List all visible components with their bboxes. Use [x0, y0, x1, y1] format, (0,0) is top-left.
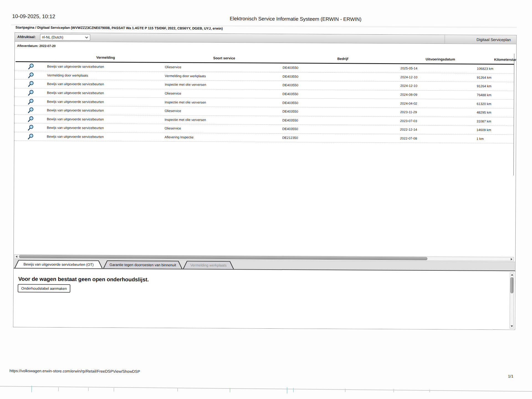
scan-artifact [177, 388, 178, 392]
up-triangle-icon [511, 274, 513, 275]
cell-soort-service: Vermelding door werkplaats [165, 74, 206, 78]
cell-kilometerstand: 106823 km [477, 67, 493, 71]
cell-bedrijf: DE403550 [282, 109, 298, 113]
magnifier-icon[interactable] [27, 124, 35, 131]
tab-garantie-doorroesten[interactable]: Garantie tegen doorroesten van binnenuit [103, 260, 182, 269]
no-open-maintenance-message: Voor de wagen bestaat geen open onderhou… [18, 276, 149, 283]
service-table: Bewijs van uitgevoerde servicebeurten Ol… [14, 62, 514, 144]
tab-vermelding-werkplaats[interactable]: Vermelding werkplaats [183, 261, 234, 269]
print-language-select[interactable]: nl-NL (Dutch) [40, 34, 90, 41]
app-title: Elektronisch Service Informatie Systeem … [230, 16, 362, 22]
breadcrumb[interactable]: Startpagina / Digitaal Serviceplan (WVWZ… [16, 25, 223, 30]
scan-artifact [293, 388, 294, 392]
column-header-soort-service: Soort service [199, 56, 249, 60]
cell-kilometerstand: 31087 km [477, 119, 491, 123]
magnifier-icon[interactable] [27, 107, 35, 114]
cell-uitvoeringsdatum: 2024-08-09 [400, 93, 417, 96]
cell-uitvoeringsdatum: 2022-12-14 [400, 128, 417, 132]
cell-vermelding: Bewijs van uitgevoerde servicebeurten [47, 108, 104, 112]
magnifier-icon[interactable] [27, 133, 35, 140]
column-header-bedrijf: Bedrijf [318, 57, 368, 61]
scroll-down-arrow[interactable] [510, 324, 513, 328]
cell-kilometerstand: 91264 km [477, 76, 492, 80]
cell-bedrijf: DE403550 [282, 101, 298, 105]
cell-bedrijf: DE403550 [283, 66, 298, 70]
right-triangle-icon [511, 258, 512, 260]
create-maintenance-table-button[interactable]: Onderhoudstabel aanmaken [18, 284, 70, 293]
cell-soort-service: Aflevering Inspectie [165, 135, 194, 139]
print-language-value: nl-NL (Dutch) [42, 35, 63, 39]
chevron-down-icon [85, 35, 88, 39]
cell-bedrijf: DE403550 [283, 92, 298, 96]
scan-artifact [287, 387, 287, 393]
tab-label: Garantie tegen doorroesten van binnenuit [107, 261, 178, 269]
scroll-up-arrow[interactable] [510, 273, 514, 277]
cell-kilometerstand: 76488 km [477, 93, 492, 97]
tab-label: Bewijs van uitgevoerde servicebeurten (O… [18, 260, 99, 268]
cell-vermelding: Bewijs van uitgevoerde servicebeurten [47, 65, 104, 69]
scan-artifact [345, 389, 346, 392]
maintenance-panel: Voor de wagen bestaat geen open onderhou… [13, 269, 516, 330]
column-header-uitvoeringsdatum: Uitvoeringsdatum [415, 57, 465, 62]
scan-artifact [429, 390, 430, 392]
tab-label: Vermelding werkplaats [187, 261, 230, 269]
scan-artifact [58, 387, 59, 391]
cell-uitvoeringsdatum: 2023-07-03 [400, 119, 417, 123]
cell-soort-service: Olieservice [165, 65, 181, 69]
scan-artifact [31, 386, 32, 392]
page-number: 1/1 [508, 374, 513, 378]
panel-title: Digitaal Serviceplan [445, 35, 516, 44]
scroll-right-arrow[interactable] [510, 257, 513, 261]
cell-kilometerstand: 48295 km [477, 111, 491, 114]
serviceplan-panel: Afdruktaal: nl-NL (Dutch) Digitaal Servi… [13, 32, 517, 330]
cell-uitvoeringsdatum: 2024-04-02 [400, 101, 417, 105]
cell-vermelding: Bewijs van uitgevoerde servicebeurten [47, 99, 104, 104]
cell-uitvoeringsdatum: 2024-12-10 [400, 75, 417, 79]
vertical-scrollbar[interactable] [510, 272, 514, 328]
scanned-page: 10-09-2025, 10:12 Elektronisch Service I… [0, 0, 532, 399]
cell-uitvoeringsdatum: 2025-05-14 [400, 66, 417, 70]
footer-url: https://volkswagen.erwin-store.com/erwin… [9, 369, 140, 374]
magnifier-icon[interactable] [28, 72, 35, 78]
magnifier-icon[interactable] [28, 89, 35, 96]
cell-kilometerstand: 61320 km [477, 102, 491, 106]
cell-soort-service: Inspectie met olie verversen [165, 100, 206, 104]
cell-soort-service: Olieservice [165, 109, 181, 113]
print-language-label: Afdruktaal: [17, 35, 36, 39]
cell-uitvoeringsdatum: 2024-12-10 [400, 84, 417, 88]
cell-soort-service: Inspectie met olie verversen [165, 83, 206, 87]
cell-bedrijf: DE403550 [283, 83, 298, 87]
scan-artifact [88, 388, 89, 391]
cell-soort-service: Olieservice [165, 126, 181, 130]
print-datetime: 10-09-2025, 10:12 [12, 13, 55, 20]
cell-uitvoeringsdatum: 2023-11-29 [400, 110, 417, 114]
cell-soort-service: Olieservice [165, 91, 181, 95]
toolbar: Afdruktaal: nl-NL (Dutch) Digitaal Servi… [15, 33, 516, 44]
cell-kilometerstand: 1 km [477, 137, 484, 141]
scan-artifact [230, 388, 230, 392]
scan-artifact [393, 389, 394, 392]
cell-bedrijf: DE403550 [282, 118, 298, 122]
cell-vermelding: Bewijs van uitgevoerde servicebeurten [47, 91, 104, 95]
scan-artifact [114, 388, 114, 392]
magnifier-icon[interactable] [27, 98, 35, 105]
cell-vermelding: Bewijs van uitgevoerde servicebeurten [47, 117, 104, 121]
column-header-kilometerstand: Kilometerstand [494, 58, 517, 62]
column-header-vermelding: Vermelding [81, 55, 131, 60]
cell-uitvoeringsdatum: 2022-07-08 [400, 136, 417, 140]
cell-vermelding: Bewijs van uitgevoerde servicebeurten [47, 135, 104, 139]
cell-bedrijf: DE403550 [283, 75, 298, 78]
delivery-date: Afleverdatum: 2022-07-20 [17, 44, 55, 48]
down-triangle-icon [511, 325, 513, 327]
cell-kilometerstand: 14609 km [477, 128, 491, 132]
magnifier-icon[interactable] [27, 116, 35, 122]
vertical-scrollbar-thumb[interactable] [510, 277, 513, 293]
tab-bewijs-servicebeurten-ot[interactable]: Bewijs van uitgevoerde servicebeurten (O… [14, 260, 103, 268]
cell-kilometerstand: 91264 km [477, 84, 492, 88]
cell-bedrijf: DE403550 [282, 127, 298, 131]
cell-bedrijf: DE212350 [282, 136, 298, 140]
scroll-left-arrow[interactable] [14, 255, 18, 258]
magnifier-icon[interactable] [28, 63, 35, 70]
magnifier-icon[interactable] [28, 81, 35, 87]
cell-vermelding: Vermelding door werkplaats [47, 73, 88, 78]
